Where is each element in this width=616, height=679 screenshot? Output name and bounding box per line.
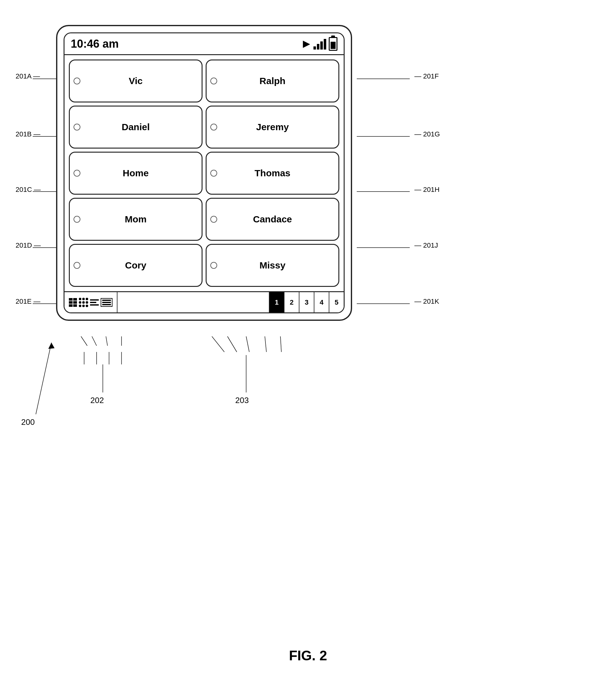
page-button-3[interactable]: 3 xyxy=(299,292,314,313)
contact-jeremy[interactable]: Jeremy xyxy=(206,105,339,149)
status-icons: ▶ xyxy=(303,37,337,51)
page-button-4[interactable]: 4 xyxy=(314,292,329,313)
bottom-toolbar: 1 2 3 4 5 xyxy=(64,291,344,313)
contact-ralph-label: Ralph xyxy=(259,76,285,86)
svg-line-10 xyxy=(81,336,87,346)
label-203: 203 xyxy=(235,395,249,405)
battery-icon xyxy=(329,37,337,51)
signal-icon: ▶ xyxy=(303,39,310,49)
lines-view-icon[interactable] xyxy=(101,298,113,307)
svg-marker-26 xyxy=(48,343,55,349)
grid-view-icon[interactable] xyxy=(69,298,77,307)
page-button-1[interactable]: 1 xyxy=(269,292,284,313)
contact-thomas[interactable]: Thomas xyxy=(206,152,339,195)
status-time: 10:46 am xyxy=(71,37,119,51)
status-bar: 10:46 am ▶ xyxy=(64,33,344,55)
toolbar-left xyxy=(64,292,118,313)
device-inner: 10:46 am ▶ Vic Ralph xyxy=(64,32,345,313)
svg-line-20 xyxy=(227,336,237,352)
list-view-icon[interactable] xyxy=(90,299,99,305)
contact-vic[interactable]: Vic xyxy=(69,60,203,102)
contact-missy[interactable]: Missy xyxy=(206,244,339,287)
svg-line-19 xyxy=(212,336,224,352)
signal-bars-icon xyxy=(313,38,326,50)
svg-line-22 xyxy=(265,336,267,352)
svg-line-11 xyxy=(92,336,97,346)
label-201K: — 201K xyxy=(414,297,439,305)
contact-vic-label: Vic xyxy=(129,76,143,86)
contact-cory[interactable]: Cory xyxy=(69,244,203,287)
dots-view-icon[interactable] xyxy=(79,298,88,307)
svg-line-23 xyxy=(280,336,281,352)
label-201G: — 201G xyxy=(414,130,440,138)
contact-thomas-label: Thomas xyxy=(254,168,290,179)
device-outer: 10:46 am ▶ Vic Ralph xyxy=(56,25,352,321)
contacts-grid: Vic Ralph Daniel Jeremy Home Thomas xyxy=(64,55,344,291)
contact-missy-label: Missy xyxy=(259,260,285,271)
page-button-5[interactable]: 5 xyxy=(329,292,344,313)
label-202: 202 xyxy=(90,395,104,405)
svg-line-25 xyxy=(36,343,52,414)
svg-line-12 xyxy=(106,336,107,346)
contact-daniel[interactable]: Daniel xyxy=(69,105,203,149)
label-201C: 201C — xyxy=(16,186,41,194)
page-buttons: 1 2 3 4 5 xyxy=(269,292,344,313)
contact-home[interactable]: Home xyxy=(69,152,203,195)
contact-candace-label: Candace xyxy=(253,214,292,225)
label-201A: 201A — xyxy=(16,72,40,80)
label-201B: 201B — xyxy=(16,130,40,138)
contact-mom-label: Mom xyxy=(125,214,147,225)
contact-candace[interactable]: Candace xyxy=(206,198,339,241)
label-201F: — 201F xyxy=(414,72,439,80)
label-201H: — 201H xyxy=(414,186,440,194)
contact-home-label: Home xyxy=(123,168,149,179)
page-button-2[interactable]: 2 xyxy=(284,292,299,313)
label-201J: — 201J xyxy=(414,241,438,250)
label-201E: 201E — xyxy=(16,297,40,305)
contact-jeremy-label: Jeremy xyxy=(256,122,289,132)
svg-line-21 xyxy=(246,336,249,352)
label-201D: 201D — xyxy=(16,241,41,250)
contact-daniel-label: Daniel xyxy=(122,122,150,132)
figure-caption: FIG. 2 xyxy=(289,648,327,664)
device: 10:46 am ▶ Vic Ralph xyxy=(56,25,352,321)
contact-cory-label: Cory xyxy=(125,260,146,271)
contact-mom[interactable]: Mom xyxy=(69,198,203,241)
label-200: 200 xyxy=(21,417,35,427)
contact-ralph[interactable]: Ralph xyxy=(206,60,339,102)
